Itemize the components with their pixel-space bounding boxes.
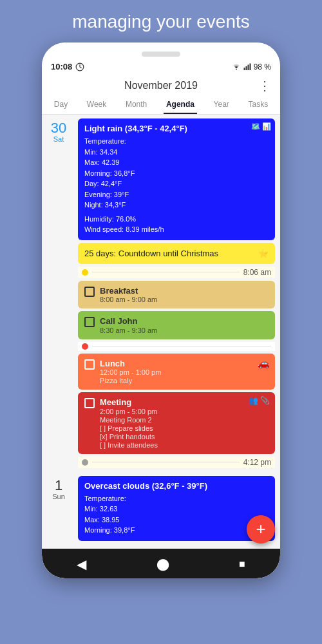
- lunch-card[interactable]: Lunch 12:00 pm - 1:00 pm Pizza Italy 🚗: [78, 354, 275, 390]
- status-time: 10:08: [51, 62, 84, 71]
- svg-rect-3: [245, 66, 247, 70]
- meeting-checkbox[interactable]: [84, 398, 95, 408]
- call-title: Call John: [100, 316, 157, 327]
- nav-bar: ◀ ⬤ ■: [42, 549, 280, 578]
- time-line-3: 4:12 pm: [78, 457, 275, 468]
- breakfast-time: 8:00 am - 9:00 am: [100, 296, 157, 303]
- time-line-divider-3: [92, 462, 240, 462]
- app-header: November 2019 ⋮: [42, 74, 280, 95]
- countdown-card[interactable]: 25 days: Countdown until Christmas ⭐: [78, 243, 275, 264]
- meeting-card[interactable]: Meeting 2:00 pm - 5:00 pm Meeting Room 2…: [78, 392, 275, 454]
- weather-chart-icon: 📊: [262, 122, 271, 131]
- events-column-30: Light rain (34,3°F - 42,4°F) 🗺️ 📊 Temper…: [75, 115, 280, 472]
- time-dot-yellow: [82, 269, 88, 276]
- wifi-icon: [232, 64, 241, 70]
- fab-button[interactable]: +: [247, 515, 275, 544]
- star-icon: ⭐: [258, 249, 269, 258]
- app-title: November 2019: [124, 80, 198, 91]
- day-1-name: Sun: [52, 493, 65, 500]
- nav-square-icon[interactable]: ■: [239, 558, 245, 570]
- breakfast-checkbox[interactable]: [84, 287, 95, 297]
- breakfast-title: Breakfast: [100, 286, 157, 296]
- meeting-icons: 👥 📎: [249, 396, 270, 405]
- calendar-content: 30 Sat Light rain (34,3°F - 42,4°F) 🗺️ 📊…: [42, 115, 280, 549]
- tab-tasks[interactable]: Tasks: [245, 95, 270, 114]
- call-john-card[interactable]: Call John 8:30 am - 9:30 am: [78, 311, 275, 339]
- breakfast-card[interactable]: Breakfast 8:00 am - 9:00 am: [78, 281, 275, 309]
- svg-point-1: [236, 68, 237, 70]
- time-line-divider-2: [92, 346, 271, 346]
- phone-frame: 10:08: [42, 43, 280, 578]
- page-title: managing your events: [0, 0, 322, 43]
- time-label-1: 8:06 am: [243, 268, 271, 277]
- page-container: managing your events 10:08: [0, 0, 322, 644]
- call-checkbox[interactable]: [84, 317, 95, 327]
- meeting-item-2: [x] Print handouts: [100, 433, 158, 440]
- day-1-label: 1 Sun: [42, 472, 75, 545]
- time-dot-gray: [82, 459, 88, 466]
- tab-day[interactable]: Day: [52, 95, 70, 114]
- time-label-3: 4:12 pm: [243, 458, 271, 467]
- signal-icon: [243, 63, 251, 71]
- tab-bar: Day Week Month Agenda Year Tasks: [42, 95, 280, 115]
- time-line-1: 8:06 am: [78, 267, 275, 278]
- menu-dots[interactable]: ⋮: [258, 78, 271, 93]
- day-30-row: 30 Sat Light rain (34,3°F - 42,4°F) 🗺️ 📊…: [42, 115, 280, 472]
- day-1-number: 1: [55, 478, 62, 493]
- status-right: 98 %: [232, 62, 271, 71]
- tab-week[interactable]: Week: [84, 95, 109, 114]
- tab-month[interactable]: Month: [123, 95, 149, 114]
- time-line-2: [78, 342, 275, 351]
- weather-card: Light rain (34,3°F - 42,4°F) 🗺️ 📊 Temper…: [78, 118, 275, 240]
- lunch-checkbox[interactable]: [84, 359, 95, 370]
- nav-back-icon[interactable]: ◀: [77, 556, 86, 572]
- meeting-info: Meeting 2:00 pm - 5:00 pm Meeting Room 2…: [100, 397, 158, 449]
- weather-icons: 🗺️ 📊: [251, 122, 271, 131]
- svg-rect-2: [243, 68, 245, 70]
- svg-rect-4: [247, 64, 249, 70]
- call-info: Call John 8:30 am - 9:30 am: [100, 316, 157, 334]
- time-line-divider-1: [92, 272, 240, 272]
- lunch-title: Lunch: [100, 359, 161, 369]
- weather-title: Light rain (34,3°F - 42,4°F): [84, 124, 269, 133]
- day-30-number: 30: [51, 121, 66, 135]
- overcast-card: Overcast clouds (32,6°F - 39°F) Temperat…: [78, 476, 275, 541]
- nav-home-icon[interactable]: ⬤: [156, 557, 169, 571]
- breakfast-info: Breakfast 8:00 am - 9:00 am: [100, 286, 157, 304]
- countdown-text: 25 days: Countdown until Christmas: [84, 249, 218, 258]
- lunch-time: 12:00 pm - 1:00 pm: [100, 368, 161, 376]
- meeting-item-3: [ ] Invite attendees: [100, 441, 158, 449]
- phone-top: 10:08: [42, 43, 280, 115]
- day-30-name: Sat: [53, 135, 64, 143]
- tab-agenda[interactable]: Agenda: [164, 95, 197, 114]
- meeting-people-icon: 👥: [249, 396, 258, 405]
- tab-year[interactable]: Year: [211, 95, 232, 114]
- meeting-time: 2:00 pm - 5:00 pm: [100, 408, 158, 415]
- sync-icon: [75, 62, 84, 71]
- weather-map-icon: 🗺️: [251, 122, 260, 131]
- overcast-detail: Temperature: Min: 32.63 Max: 38.95 Morni…: [84, 493, 269, 536]
- svg-rect-5: [249, 63, 251, 70]
- phone-camera: [142, 52, 180, 57]
- meeting-location: Meeting Room 2: [100, 416, 158, 424]
- meeting-item-1: [ ] Prepare slides: [100, 424, 158, 432]
- day-30-label: 30 Sat: [42, 115, 75, 472]
- status-bar: 10:08: [42, 61, 280, 74]
- lunch-detail: Pizza Italy: [100, 377, 161, 384]
- overcast-title: Overcast clouds (32,6°F - 39°F): [84, 481, 269, 491]
- call-time: 8:30 am - 9:30 am: [100, 327, 157, 334]
- meeting-title: Meeting: [100, 397, 158, 408]
- weather-detail: Temperature: Min: 34.34 Max: 42.39 Morni…: [84, 136, 269, 235]
- meeting-attach-icon: 📎: [260, 396, 270, 405]
- lunch-icon: 🚗: [258, 357, 270, 369]
- time-dot-red: [82, 343, 88, 350]
- lunch-info: Lunch 12:00 pm - 1:00 pm Pizza Italy: [100, 359, 161, 385]
- day-1-row: 1 Sun Overcast clouds (32,6°F - 39°F) Te…: [42, 472, 280, 549]
